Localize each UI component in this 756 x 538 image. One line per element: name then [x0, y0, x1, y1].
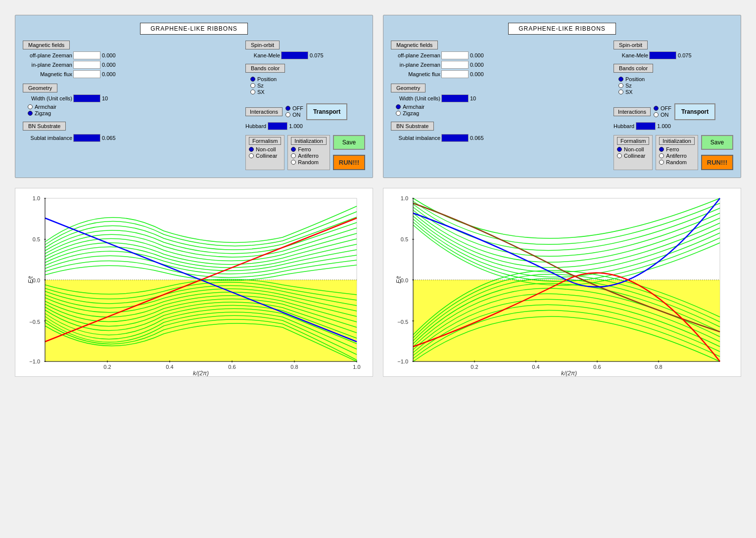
width-value-1: 10: [102, 95, 108, 101]
zigzag-radio-dot-1: [28, 111, 33, 116]
chart-2: 1.0 0.5 0.0 −0.5 −1.0 0.2 0.4 0.6: [383, 188, 741, 377]
svg-text:0.2: 0.2: [103, 364, 111, 370]
noncoll-radio-1[interactable]: Non-coll: [249, 146, 281, 152]
collinear-radio-1[interactable]: Collinear: [249, 153, 281, 159]
transport-btn-1[interactable]: Transport: [306, 103, 347, 120]
in-plane-input-1[interactable]: [73, 61, 100, 69]
antiferro-label-2: Antiferro: [666, 153, 687, 159]
off-plane-input-2[interactable]: [441, 51, 469, 59]
mag-flux-input-1[interactable]: [73, 70, 100, 78]
svg-text:0.2: 0.2: [471, 364, 478, 370]
off-radio-1[interactable]: OFF: [285, 105, 303, 111]
hubbard-input-1[interactable]: [268, 122, 287, 130]
panel-1-right: Spin-orbit Kane-Mele 0.075 Bands color P…: [245, 41, 365, 170]
random-radio-1[interactable]: Random: [291, 159, 326, 165]
geometry-section-1: Geometry Width (Unit cells) 10 Armchair: [23, 84, 241, 116]
off-label-1: OFF: [292, 105, 303, 111]
save-btn-1[interactable]: Save: [333, 135, 365, 150]
on-radio-1[interactable]: ON: [285, 112, 303, 118]
kane-mele-label-2: Kane-Mele: [614, 52, 648, 58]
off-plane-row-2: off-plane Zeeman 0.000: [391, 51, 610, 59]
sublat-input-1[interactable]: [73, 134, 100, 142]
run-btn-2[interactable]: RUN!!!: [701, 155, 733, 170]
width-input-1[interactable]: [73, 94, 100, 102]
init-label-2: Initialization: [659, 137, 694, 145]
on-radio-2[interactable]: ON: [654, 112, 671, 118]
transport-btn-2[interactable]: Transport: [674, 103, 715, 120]
zigzag-radio-1[interactable]: Zigzag: [28, 110, 241, 116]
svg-text:0.4: 0.4: [532, 364, 539, 370]
panel-2-title-box: GRAPHENE-LIKE RIBBONS: [508, 23, 616, 35]
position-radio-1[interactable]: Position: [250, 76, 365, 82]
chart-2-svg: 1.0 0.5 0.0 −0.5 −1.0 0.2 0.4 0.6: [383, 188, 740, 376]
armchair-radio-1[interactable]: Armchair: [28, 104, 241, 110]
formalism-init-2: Formalism Non-coll Collinear Initializat…: [614, 135, 733, 170]
in-plane-value-2: 0.000: [470, 62, 484, 68]
kane-mele-input-1[interactable]: [281, 51, 308, 59]
width-label-1: Width (Unit cells): [23, 95, 72, 101]
zigzag-radio-2[interactable]: Zigzag: [396, 110, 610, 116]
noncoll-label-2: Non-coll: [624, 146, 644, 152]
off-label-2: OFF: [661, 105, 671, 111]
antiferro-radio-2[interactable]: Antiferro: [659, 153, 694, 159]
in-plane-row-2: in-plane Zeeman 0.000: [391, 61, 610, 69]
random-radio-2[interactable]: Random: [659, 159, 694, 165]
bands-color-section-2: Bands color Position Sz SX: [614, 64, 733, 96]
sublat-input-2[interactable]: [441, 134, 469, 142]
mag-flux-label-2: Magnetic flux: [391, 71, 440, 77]
hubbard-row-1: Hubbard 1.000: [245, 122, 365, 130]
noncoll-radio-2[interactable]: Non-coll: [617, 146, 649, 152]
hubbard-input-2[interactable]: [636, 122, 656, 130]
panel-1-grid: Magnetic fields off-plane Zeeman 0.000 i…: [23, 41, 365, 170]
spin-orbit-label-2: Spin-orbit: [614, 41, 648, 49]
armchair-radio-dot-1: [28, 104, 33, 109]
save-btn-2[interactable]: Save: [701, 135, 733, 150]
mag-flux-input-2[interactable]: [441, 70, 469, 78]
formalism-label-2: Formalism: [617, 137, 649, 145]
in-plane-input-2[interactable]: [441, 61, 469, 69]
width-input-2[interactable]: [441, 94, 469, 102]
sz-radio-1[interactable]: Sz: [250, 83, 365, 89]
interactions-options-1: OFF ON: [285, 105, 303, 118]
sublat-label-1: Sublat imbalance: [23, 135, 72, 141]
ferro-radio-2[interactable]: Ferro: [659, 146, 694, 152]
sz-radio-dot-1: [250, 83, 255, 88]
width-row-1: Width (Unit cells) 10: [23, 94, 241, 102]
chart-1: 1.0 0.5 0.0 −0.5 −1.0 0.2 0.4 0.6: [15, 188, 373, 377]
kane-mele-input-2[interactable]: [649, 51, 676, 59]
panel-2-grid: Magnetic fields off-plane Zeeman 0.000 i…: [391, 41, 733, 170]
antiferro-dot-1: [291, 153, 296, 158]
bands-color-section-1: Bands color Position Sz SX: [245, 64, 365, 96]
off-radio-2[interactable]: OFF: [654, 105, 671, 111]
ferro-radio-1[interactable]: Ferro: [291, 146, 326, 152]
run-btn-1[interactable]: RUN!!!: [333, 155, 365, 170]
kane-mele-value-1: 0.075: [310, 52, 324, 58]
interactions-section-2: Interactions OFF ON Transport: [614, 103, 733, 130]
in-plane-value-1: 0.000: [102, 62, 116, 68]
off-plane-value-1: 0.000: [102, 52, 116, 58]
sublat-value-1: 0.065: [102, 135, 116, 141]
spin-orbit-section-1: Spin-orbit Kane-Mele 0.075: [245, 41, 365, 61]
svg-text:0.8: 0.8: [655, 364, 662, 370]
init-box-2: Initialization Ferro Antiferro Random: [656, 135, 698, 170]
bands-color-label-2: Bands color: [614, 64, 653, 73]
geometry-label-2: Geometry: [391, 84, 425, 92]
width-row-2: Width (Unit cells) 10: [391, 94, 610, 102]
collinear-label-2: Collinear: [624, 153, 645, 159]
magnetic-fields-section-2: Magnetic fields off-plane Zeeman 0.000 i…: [391, 41, 610, 78]
sx-radio-2[interactable]: SX: [618, 89, 733, 95]
off-plane-value-2: 0.000: [470, 52, 484, 58]
collinear-radio-2[interactable]: Collinear: [617, 153, 649, 159]
sx-radio-1[interactable]: SX: [250, 89, 365, 95]
position-radio-2[interactable]: Position: [618, 76, 733, 82]
svg-text:E/t: E/t: [27, 276, 34, 283]
interactions-label-2: Interactions: [614, 107, 651, 116]
antiferro-radio-1[interactable]: Antiferro: [291, 153, 326, 159]
noncoll-dot-1: [249, 147, 254, 152]
kane-mele-label-1: Kane-Mele: [245, 52, 280, 58]
off-plane-input-1[interactable]: [73, 51, 100, 59]
armchair-radio-dot-2: [396, 104, 401, 109]
armchair-radio-2[interactable]: Armchair: [396, 104, 610, 110]
sz-radio-2[interactable]: Sz: [618, 83, 733, 89]
spin-orbit-section-2: Spin-orbit Kane-Mele 0.075: [614, 41, 733, 61]
